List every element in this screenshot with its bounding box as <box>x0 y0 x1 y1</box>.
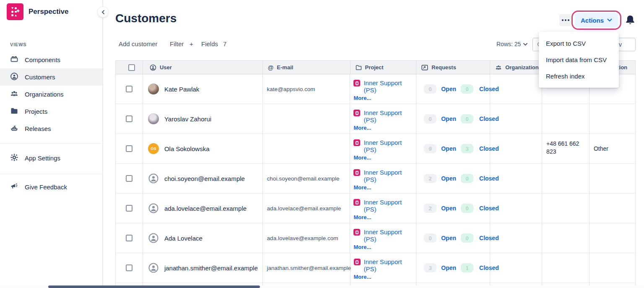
project-key[interactable]: (PS) <box>353 236 413 243</box>
sidebar-collapse-button[interactable] <box>98 7 108 17</box>
select-all-checkbox[interactable] <box>128 64 135 71</box>
horizontal-scrollbar-track[interactable] <box>0 285 644 288</box>
user-name: Kate Pawlak <box>164 86 199 93</box>
column-header-requests[interactable]: Requests <box>416 61 490 74</box>
project-key[interactable]: (PS) <box>354 265 413 272</box>
project-key[interactable]: (PS) <box>353 116 413 123</box>
open-requests-link[interactable]: Open <box>441 175 456 182</box>
column-header-organizations[interactable]: Organizations <box>490 61 542 74</box>
sidebar: Perspective VIEWS Components <box>0 0 103 288</box>
requests-cell: 2 Open 0 Closed <box>416 164 490 193</box>
open-requests-link[interactable]: Open <box>441 264 456 271</box>
fields-button[interactable]: Fields <box>201 40 218 47</box>
actions-button[interactable]: Actions <box>575 13 618 27</box>
sidebar-item-label: Customers <box>25 73 55 81</box>
table-row: janathan.smither@email.example janathan.… <box>116 253 636 283</box>
sidebar-item-projects[interactable]: Projects <box>0 103 102 120</box>
email-value: choi.soyeon@email.example <box>267 175 340 182</box>
open-requests-link[interactable]: Open <box>441 86 456 92</box>
row-select-cell <box>116 164 143 193</box>
sidebar-item-releases[interactable]: Releases <box>0 120 102 137</box>
column-header-project[interactable]: Project <box>351 61 417 74</box>
position-cell <box>589 104 636 134</box>
sidebar-item-components[interactable]: Components <box>0 51 102 68</box>
sidebar-item-app-settings[interactable]: App Settings <box>0 149 102 167</box>
filter-button[interactable]: Filter <box>170 40 184 47</box>
phone-cell: +48 661 662 823 <box>542 134 589 163</box>
organization-cell <box>490 194 542 223</box>
project-link[interactable]: Inner Support <box>364 258 402 265</box>
folder-icon <box>356 65 362 71</box>
horizontal-scrollbar-thumb[interactable] <box>48 285 260 288</box>
project-link[interactable]: Inner Support <box>364 169 402 176</box>
rows-per-page-select[interactable]: Rows: 25 <box>496 41 527 47</box>
row-select-cell <box>116 104 143 134</box>
chevron-down-icon <box>607 18 612 22</box>
project-key[interactable]: (PS) <box>353 206 413 213</box>
user-cell: Ada Lovelace <box>143 223 263 253</box>
row-checkbox[interactable] <box>126 86 132 92</box>
project-key[interactable]: (PS) <box>353 176 413 183</box>
sidebar-item-label: Give Feedback <box>25 183 67 191</box>
menu-item-refresh-index[interactable]: Refresh index <box>539 68 619 84</box>
app-title: Perspective <box>29 8 68 16</box>
add-customer-button[interactable]: Add customer <box>119 40 158 47</box>
project-more-link[interactable]: More... <box>353 243 413 251</box>
project-more-link[interactable]: More... <box>353 214 413 221</box>
open-requests-link[interactable]: Open <box>441 235 456 241</box>
project-link[interactable]: Inner Support <box>364 79 402 86</box>
sidebar-item-give-feedback[interactable]: Give Feedback <box>0 178 102 196</box>
at-icon: @ <box>268 64 274 71</box>
sidebar-nav: Components Customers <box>0 51 102 137</box>
project-link[interactable]: Inner Support <box>364 139 402 146</box>
person-icon <box>148 173 158 183</box>
more-actions-button[interactable] <box>559 14 572 26</box>
sidebar-item-organizations[interactable]: Organizations <box>0 86 102 103</box>
position-value: Other <box>594 145 608 152</box>
table-row: ada.lovelace@email.example ada.lovelace@… <box>116 194 636 223</box>
column-header-user[interactable]: User <box>143 61 263 74</box>
row-checkbox[interactable] <box>126 115 132 122</box>
project-more-link[interactable]: More... <box>353 124 413 131</box>
filter-add-button[interactable]: + <box>190 40 193 47</box>
row-checkbox[interactable] <box>126 205 132 212</box>
row-checkbox[interactable] <box>126 235 132 241</box>
email-cell: ada.lovelave@example.com <box>263 223 351 253</box>
project-more-link[interactable]: More... <box>354 273 413 280</box>
app-logo-icon <box>7 3 23 20</box>
requests-cell: 0 Open 0 Closed <box>416 223 490 253</box>
sidebar-item-label: Releases <box>25 125 51 132</box>
menu-item-export-csv[interactable]: Export to CSV <box>539 35 619 52</box>
row-checkbox[interactable] <box>126 145 132 152</box>
sidebar-item-customers[interactable]: Customers <box>0 68 102 86</box>
project-more-link[interactable]: More... <box>353 184 413 191</box>
open-requests-link[interactable]: Open <box>441 205 456 212</box>
project-more-link[interactable]: More... <box>353 154 413 161</box>
open-requests-link[interactable]: Open <box>441 145 456 152</box>
organization-cell <box>490 104 542 134</box>
project-link[interactable]: Inner Support <box>364 199 402 206</box>
open-requests-link[interactable]: Open <box>441 115 456 122</box>
project-link[interactable]: Inner Support <box>364 109 402 116</box>
menu-item-import-csv[interactable]: Import data from CSV <box>539 52 619 68</box>
notification-bell-icon[interactable] <box>625 14 636 28</box>
project-cell: Inner Support (PS) More... <box>350 223 416 253</box>
row-checkbox[interactable] <box>126 175 132 182</box>
project-key[interactable]: (PS) <box>353 146 413 153</box>
project-link[interactable]: Inner Support <box>364 228 402 236</box>
user-icon <box>150 64 156 71</box>
user-name: choi.soyeon@email.example <box>164 175 245 182</box>
closed-count-badge: 0 <box>461 233 473 243</box>
phone-cell <box>542 223 589 253</box>
project-key[interactable]: (PS) <box>353 86 413 94</box>
row-checkbox[interactable] <box>126 264 132 271</box>
phone-cell <box>542 104 589 134</box>
user-name: Ola Sokolowska <box>164 145 210 152</box>
organizations-icon <box>10 89 18 99</box>
views-section-label: VIEWS <box>10 42 26 47</box>
project-avatar-icon <box>353 110 360 116</box>
user-name: Ada Lovelace <box>164 235 203 242</box>
column-header-email[interactable]: @ E-mail <box>263 61 351 74</box>
project-more-link[interactable]: More... <box>353 94 413 102</box>
open-count-badge: 0 <box>424 84 436 94</box>
